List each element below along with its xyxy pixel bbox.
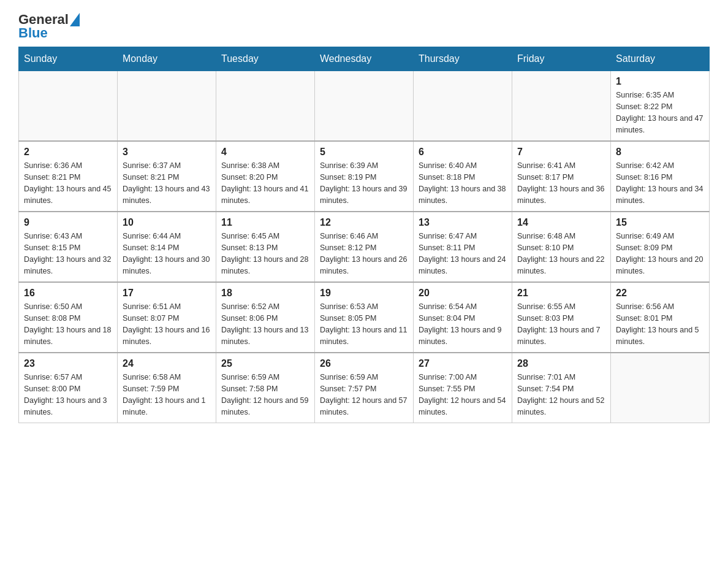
day-number: 20 (419, 288, 507, 299)
day-info: Sunrise: 6:40 AM Sunset: 8:18 PM Dayligh… (419, 160, 507, 206)
calendar-cell: 25Sunrise: 6:59 AM Sunset: 7:58 PM Dayli… (216, 353, 315, 423)
logo-blue-text: Blue (18, 26, 80, 40)
day-number: 4 (221, 147, 309, 158)
calendar-cell: 28Sunrise: 7:01 AM Sunset: 7:54 PM Dayli… (512, 353, 611, 423)
day-number: 22 (616, 288, 704, 299)
day-info: Sunrise: 6:47 AM Sunset: 8:11 PM Dayligh… (419, 231, 507, 277)
calendar-cell: 22Sunrise: 6:56 AM Sunset: 8:01 PM Dayli… (611, 282, 710, 353)
day-number: 3 (123, 147, 211, 158)
day-info: Sunrise: 6:51 AM Sunset: 8:07 PM Dayligh… (123, 301, 211, 347)
day-info: Sunrise: 6:36 AM Sunset: 8:21 PM Dayligh… (24, 160, 112, 206)
day-info: Sunrise: 6:48 AM Sunset: 8:10 PM Dayligh… (517, 231, 605, 277)
logo-wordmark: General Blue (18, 12, 80, 40)
day-number: 23 (24, 358, 112, 369)
calendar-cell: 13Sunrise: 6:47 AM Sunset: 8:11 PM Dayli… (414, 212, 512, 282)
day-number: 8 (616, 147, 704, 158)
day-of-week-header: Thursday (414, 47, 512, 71)
calendar-cell: 21Sunrise: 6:55 AM Sunset: 8:03 PM Dayli… (512, 282, 611, 353)
calendar-cell (315, 71, 414, 142)
calendar-cell: 17Sunrise: 6:51 AM Sunset: 8:07 PM Dayli… (118, 282, 216, 353)
day-info: Sunrise: 6:54 AM Sunset: 8:04 PM Dayligh… (419, 301, 507, 347)
calendar-cell (118, 71, 216, 142)
logo-triangle-icon (70, 13, 80, 26)
day-info: Sunrise: 6:53 AM Sunset: 8:05 PM Dayligh… (320, 301, 408, 347)
calendar-cell: 8Sunrise: 6:42 AM Sunset: 8:16 PM Daylig… (611, 141, 710, 212)
calendar-cell (512, 71, 611, 142)
calendar-cell: 1Sunrise: 6:35 AM Sunset: 8:22 PM Daylig… (611, 71, 710, 142)
day-number: 9 (24, 217, 112, 228)
calendar-table: SundayMondayTuesdayWednesdayThursdayFrid… (18, 47, 710, 423)
calendar-cell (611, 353, 710, 423)
day-number: 14 (517, 217, 605, 228)
day-number: 24 (123, 358, 211, 369)
calendar-cell: 10Sunrise: 6:44 AM Sunset: 8:14 PM Dayli… (118, 212, 216, 282)
calendar-cell: 7Sunrise: 6:41 AM Sunset: 8:17 PM Daylig… (512, 141, 611, 212)
day-info: Sunrise: 6:35 AM Sunset: 8:22 PM Dayligh… (616, 90, 704, 136)
day-number: 10 (123, 217, 211, 228)
day-info: Sunrise: 6:50 AM Sunset: 8:08 PM Dayligh… (24, 301, 112, 347)
svg-marker-0 (70, 13, 80, 26)
day-info: Sunrise: 7:01 AM Sunset: 7:54 PM Dayligh… (517, 372, 605, 418)
day-of-week-header: Saturday (611, 47, 710, 71)
day-info: Sunrise: 7:00 AM Sunset: 7:55 PM Dayligh… (419, 372, 507, 418)
day-number: 1 (616, 76, 704, 87)
calendar-week-row: 16Sunrise: 6:50 AM Sunset: 8:08 PM Dayli… (19, 282, 710, 353)
day-number: 26 (320, 358, 408, 369)
day-info: Sunrise: 6:52 AM Sunset: 8:06 PM Dayligh… (221, 301, 309, 347)
day-of-week-header: Sunday (19, 47, 118, 71)
day-info: Sunrise: 6:58 AM Sunset: 7:59 PM Dayligh… (123, 372, 211, 418)
day-of-week-header: Tuesday (216, 47, 315, 71)
calendar-cell: 3Sunrise: 6:37 AM Sunset: 8:21 PM Daylig… (118, 141, 216, 212)
calendar-cell: 11Sunrise: 6:45 AM Sunset: 8:13 PM Dayli… (216, 212, 315, 282)
day-number: 16 (24, 288, 112, 299)
day-info: Sunrise: 6:43 AM Sunset: 8:15 PM Dayligh… (24, 231, 112, 277)
day-info: Sunrise: 6:49 AM Sunset: 8:09 PM Dayligh… (616, 231, 704, 277)
calendar-cell: 20Sunrise: 6:54 AM Sunset: 8:04 PM Dayli… (414, 282, 512, 353)
day-number: 11 (221, 217, 309, 228)
day-info: Sunrise: 6:41 AM Sunset: 8:17 PM Dayligh… (517, 160, 605, 206)
day-info: Sunrise: 6:37 AM Sunset: 8:21 PM Dayligh… (123, 160, 211, 206)
day-number: 12 (320, 217, 408, 228)
calendar-cell (19, 71, 118, 142)
calendar-cell: 18Sunrise: 6:52 AM Sunset: 8:06 PM Dayli… (216, 282, 315, 353)
page-header: General Blue (18, 12, 710, 40)
day-number: 21 (517, 288, 605, 299)
calendar-cell: 4Sunrise: 6:38 AM Sunset: 8:20 PM Daylig… (216, 141, 315, 212)
day-number: 5 (320, 147, 408, 158)
calendar-cell: 23Sunrise: 6:57 AM Sunset: 8:00 PM Dayli… (19, 353, 118, 423)
calendar-cell: 26Sunrise: 6:59 AM Sunset: 7:57 PM Dayli… (315, 353, 414, 423)
calendar-cell: 5Sunrise: 6:39 AM Sunset: 8:19 PM Daylig… (315, 141, 414, 212)
day-number: 18 (221, 288, 309, 299)
calendar-week-row: 1Sunrise: 6:35 AM Sunset: 8:22 PM Daylig… (19, 71, 710, 142)
calendar-cell: 24Sunrise: 6:58 AM Sunset: 7:59 PM Dayli… (118, 353, 216, 423)
day-number: 17 (123, 288, 211, 299)
day-number: 13 (419, 217, 507, 228)
day-of-week-header: Friday (512, 47, 611, 71)
day-info: Sunrise: 6:46 AM Sunset: 8:12 PM Dayligh… (320, 231, 408, 277)
day-info: Sunrise: 6:44 AM Sunset: 8:14 PM Dayligh… (123, 231, 211, 277)
day-info: Sunrise: 6:57 AM Sunset: 8:00 PM Dayligh… (24, 372, 112, 418)
calendar-cell: 12Sunrise: 6:46 AM Sunset: 8:12 PM Dayli… (315, 212, 414, 282)
calendar-week-row: 2Sunrise: 6:36 AM Sunset: 8:21 PM Daylig… (19, 141, 710, 212)
calendar-cell: 9Sunrise: 6:43 AM Sunset: 8:15 PM Daylig… (19, 212, 118, 282)
day-number: 27 (419, 358, 507, 369)
day-of-week-header: Monday (118, 47, 216, 71)
calendar-cell: 14Sunrise: 6:48 AM Sunset: 8:10 PM Dayli… (512, 212, 611, 282)
day-info: Sunrise: 6:39 AM Sunset: 8:19 PM Dayligh… (320, 160, 408, 206)
calendar-cell: 15Sunrise: 6:49 AM Sunset: 8:09 PM Dayli… (611, 212, 710, 282)
day-info: Sunrise: 6:56 AM Sunset: 8:01 PM Dayligh… (616, 301, 704, 347)
day-number: 15 (616, 217, 704, 228)
calendar-week-row: 23Sunrise: 6:57 AM Sunset: 8:00 PM Dayli… (19, 353, 710, 423)
day-number: 2 (24, 147, 112, 158)
day-number: 6 (419, 147, 507, 158)
day-info: Sunrise: 6:55 AM Sunset: 8:03 PM Dayligh… (517, 301, 605, 347)
calendar-cell: 6Sunrise: 6:40 AM Sunset: 8:18 PM Daylig… (414, 141, 512, 212)
day-number: 19 (320, 288, 408, 299)
calendar-cell: 16Sunrise: 6:50 AM Sunset: 8:08 PM Dayli… (19, 282, 118, 353)
day-number: 28 (517, 358, 605, 369)
logo: General Blue (18, 12, 80, 40)
day-of-week-header: Wednesday (315, 47, 414, 71)
day-info: Sunrise: 6:59 AM Sunset: 7:58 PM Dayligh… (221, 372, 309, 418)
calendar-cell: 2Sunrise: 6:36 AM Sunset: 8:21 PM Daylig… (19, 141, 118, 212)
day-number: 25 (221, 358, 309, 369)
